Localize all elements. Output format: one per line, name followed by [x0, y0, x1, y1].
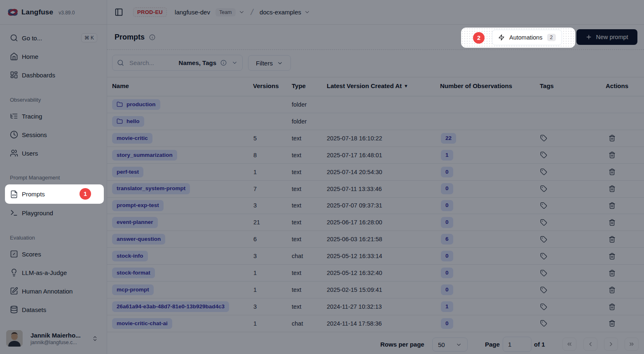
- tour-dim-overlay: [0, 0, 644, 354]
- file-code-icon: [10, 190, 18, 198]
- app-root: Langfuse v3.89.0 Go to... ⌘ K Observabil…: [0, 0, 644, 354]
- tour-step-1-badge: 1: [80, 188, 91, 200]
- automations-count-badge: 2: [547, 34, 556, 41]
- automations-button[interactable]: Automations 2: [492, 30, 562, 45]
- zap-icon: [498, 34, 505, 41]
- tour-highlight-automations: 2 Automations 2: [461, 28, 575, 48]
- tour-step-2-badge: 2: [473, 32, 485, 44]
- tour-highlight-prompts[interactable]: Prompts 1: [5, 184, 104, 204]
